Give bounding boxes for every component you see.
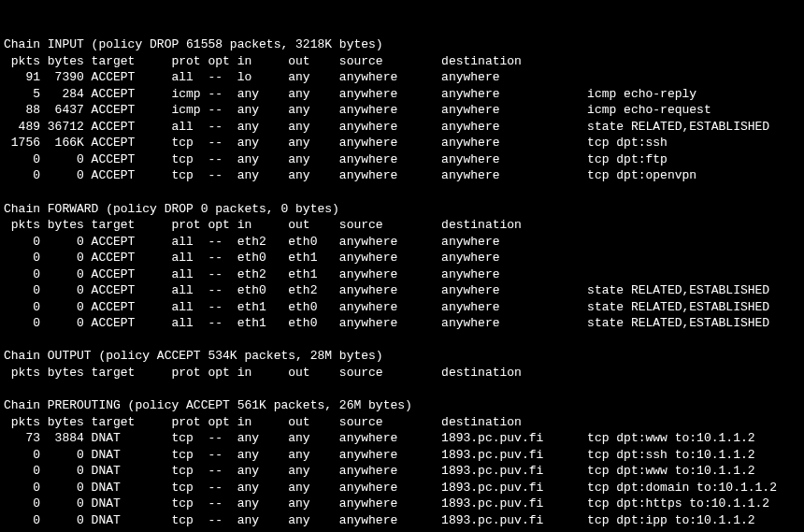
iptables-output: Chain INPUT (policy DROP 61558 packets, … [4, 36, 800, 532]
